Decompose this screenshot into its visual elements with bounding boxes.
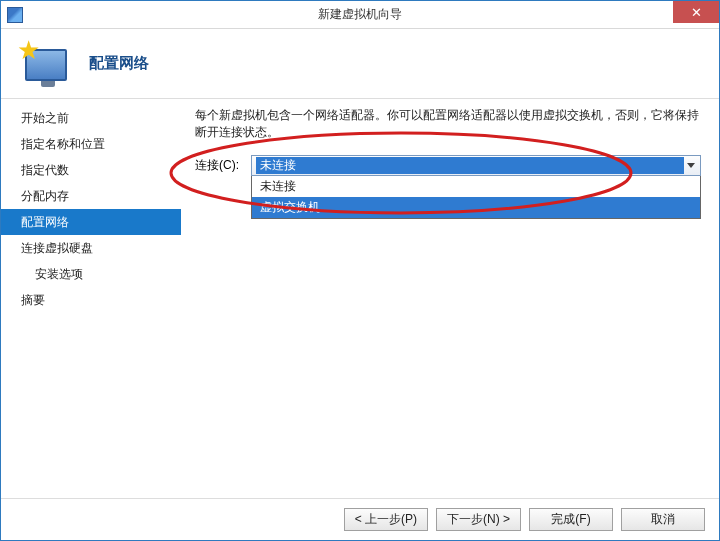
wizard-icon: ★	[17, 39, 77, 89]
cancel-button[interactable]: 取消	[621, 508, 705, 531]
dropdown-item-1[interactable]: 虚拟交换机	[252, 197, 700, 218]
combo-selected-value: 未连接	[256, 157, 684, 174]
titlebar: 新建虚拟机向导 ✕	[1, 1, 719, 29]
sidebar-item-1[interactable]: 指定名称和位置	[1, 131, 181, 157]
content-description: 每个新虚拟机包含一个网络适配器。你可以配置网络适配器以使用虚拟交换机，否则，它将…	[195, 107, 701, 141]
wizard-header: ★ 配置网络	[1, 29, 719, 99]
prev-button[interactable]: < 上一步(P)	[344, 508, 428, 531]
close-icon: ✕	[691, 5, 702, 20]
page-title: 配置网络	[89, 54, 149, 73]
connection-row: 连接(C): 未连接 未连接虚拟交换机	[195, 155, 701, 176]
wizard-content: 每个新虚拟机包含一个网络适配器。你可以配置网络适配器以使用虚拟交换机，否则，它将…	[181, 99, 719, 498]
sidebar-item-6[interactable]: 安装选项	[1, 261, 181, 287]
next-button[interactable]: 下一步(N) >	[436, 508, 521, 531]
connection-combobox[interactable]: 未连接	[251, 155, 701, 176]
dropdown-item-0[interactable]: 未连接	[252, 176, 700, 197]
sidebar-item-2[interactable]: 指定代数	[1, 157, 181, 183]
sidebar-item-0[interactable]: 开始之前	[1, 105, 181, 131]
wizard-body: 开始之前指定名称和位置指定代数分配内存配置网络连接虚拟硬盘安装选项摘要 每个新虚…	[1, 99, 719, 498]
titlebar-buttons: ✕	[673, 1, 719, 23]
sidebar-item-4[interactable]: 配置网络	[1, 209, 181, 235]
connection-combo-wrap: 未连接 未连接虚拟交换机	[251, 155, 701, 176]
sidebar-item-7[interactable]: 摘要	[1, 287, 181, 313]
wizard-window: 新建虚拟机向导 ✕ ★ 配置网络 开始之前指定名称和位置指定代数分配内存配置网络…	[0, 0, 720, 541]
finish-button[interactable]: 完成(F)	[529, 508, 613, 531]
wizard-sidebar: 开始之前指定名称和位置指定代数分配内存配置网络连接虚拟硬盘安装选项摘要	[1, 99, 181, 498]
close-button[interactable]: ✕	[673, 1, 719, 23]
sidebar-item-3[interactable]: 分配内存	[1, 183, 181, 209]
window-title: 新建虚拟机向导	[1, 6, 719, 23]
connection-label: 连接(C):	[195, 155, 251, 174]
wizard-footer: < 上一步(P) 下一步(N) > 完成(F) 取消	[1, 498, 719, 540]
app-icon	[7, 7, 23, 23]
sidebar-item-5[interactable]: 连接虚拟硬盘	[1, 235, 181, 261]
connection-dropdown: 未连接虚拟交换机	[251, 176, 701, 219]
